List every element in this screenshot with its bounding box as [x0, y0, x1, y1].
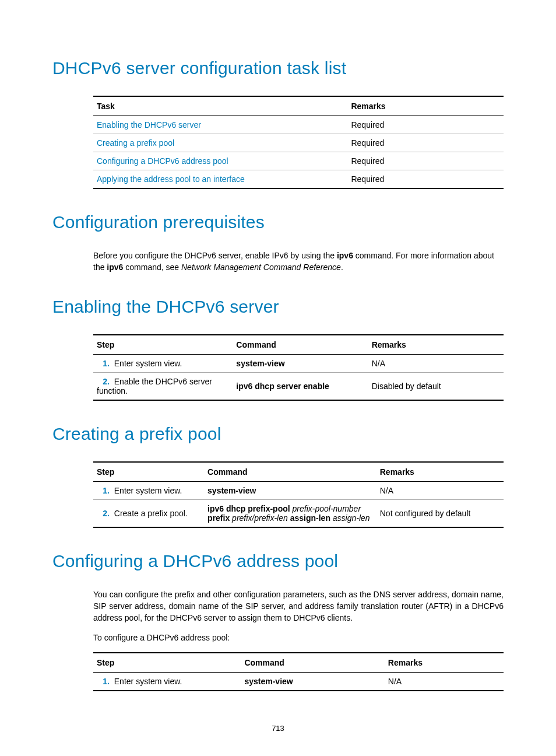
cell-remarks: Required	[347, 170, 504, 189]
table-row: 2. Enable the DHCPv6 server function. ip…	[93, 372, 504, 400]
link-configure-address-pool[interactable]: Configuring a DHCPv6 address pool	[97, 156, 228, 166]
th-command: Command	[204, 462, 376, 482]
link-apply-pool[interactable]: Applying the address pool to an interfac…	[97, 174, 245, 184]
table-prefix-pool: Step Command Remarks 1. Enter system vie…	[93, 461, 504, 528]
th-remarks: Remarks	[368, 335, 504, 355]
table-address-pool: Step Command Remarks 1. Enter system vie…	[93, 652, 504, 691]
step-number: 2.	[97, 509, 110, 518]
th-step: Step	[93, 335, 233, 355]
table-enable-server: Step Command Remarks 1. Enter system vie…	[93, 334, 504, 401]
link-enable-dhcpv6[interactable]: Enabling the DHCPv6 server	[97, 120, 201, 130]
page-number: 713	[0, 724, 556, 733]
command-text: system-view	[236, 359, 284, 368]
table-row: 1. Enter system view. system-view N/A	[93, 354, 504, 372]
step-number: 2.	[97, 377, 110, 386]
th-step: Step	[93, 653, 241, 673]
step-number: 1.	[97, 677, 110, 686]
command-text: system-view	[244, 677, 293, 686]
table-row: 1. Enter system view. system-view N/A	[93, 481, 504, 499]
heading-task-list: DHCPv6 server configuration task list	[52, 58, 504, 78]
table-row: Enabling the DHCPv6 server Required	[93, 116, 504, 134]
cell-remarks: Not configured by default	[376, 499, 504, 527]
table-task-list: Task Remarks Enabling the DHCPv6 server …	[93, 96, 504, 189]
heading-enable-server: Enabling the DHCPv6 server	[52, 297, 504, 317]
command-text: system-view	[207, 486, 256, 495]
th-command: Command	[241, 653, 384, 673]
th-step: Step	[93, 462, 204, 482]
th-remarks: Remarks	[376, 462, 504, 482]
reference-title: Network Management Command Reference	[181, 262, 341, 272]
cell-remarks: Required	[347, 134, 504, 152]
cmd-part: ipv6 dhcp prefix-pool	[207, 504, 290, 513]
cell-remarks: Disabled by default	[368, 372, 504, 400]
table-row: 1. Enter system view. system-view N/A	[93, 672, 504, 691]
step-text: Enter system view.	[114, 486, 182, 495]
th-remarks: Remarks	[385, 653, 504, 673]
document-page: DHCPv6 server configuration task list Ta…	[0, 0, 556, 756]
cell-remarks: N/A	[376, 481, 504, 499]
th-command: Command	[233, 335, 368, 355]
cmd-part: prefix	[207, 513, 230, 523]
link-create-prefix-pool[interactable]: Creating a prefix pool	[97, 138, 174, 148]
step-text: Enter system view.	[114, 677, 182, 686]
step-text: Create a prefix pool.	[114, 509, 188, 518]
th-task: Task	[93, 96, 347, 116]
text: command, see	[123, 262, 181, 272]
table-row: 2. Create a prefix pool. ipv6 dhcp prefi…	[93, 499, 504, 527]
heading-prefix-pool: Creating a prefix pool	[52, 424, 504, 444]
step-text: Enable the DHCPv6 server function.	[97, 377, 212, 396]
cell-remarks: N/A	[385, 672, 504, 691]
cmd-ipv6: ipv6	[107, 262, 123, 272]
text: Before you configure the DHCPv6 server, …	[93, 251, 337, 260]
cell-remarks: Required	[347, 152, 504, 170]
cell-remarks: N/A	[368, 354, 504, 372]
text: .	[341, 262, 343, 272]
command-cell: ipv6 dhcp prefix-pool prefix-pool-number…	[204, 499, 376, 527]
table-row: Creating a prefix pool Required	[93, 134, 504, 152]
cmd-part: assign-len	[290, 513, 330, 523]
paragraph-intro: To configure a DHCPv6 address pool:	[52, 632, 504, 643]
table-row: Applying the address pool to an interfac…	[93, 170, 504, 189]
step-number: 1.	[97, 486, 110, 495]
th-remarks: Remarks	[347, 96, 504, 116]
heading-prerequisites: Configuration prerequisites	[52, 212, 504, 232]
paragraph-prerequisites: Before you configure the DHCPv6 server, …	[52, 250, 504, 274]
cell-remarks: Required	[347, 116, 504, 134]
paragraph-address-pool: You can configure the prefix and other c…	[52, 589, 504, 624]
cmd-part: prefix/prefix-len	[230, 513, 290, 523]
table-row: Configuring a DHCPv6 address pool Requir…	[93, 152, 504, 170]
step-number: 1.	[97, 359, 110, 368]
heading-address-pool: Configuring a DHCPv6 address pool	[52, 551, 504, 571]
command-text: ipv6 dhcp server enable	[236, 382, 329, 391]
cmd-part: prefix-pool-number	[290, 504, 361, 513]
cmd-ipv6: ipv6	[337, 251, 353, 260]
cmd-part: assign-len	[330, 513, 370, 523]
step-text: Enter system view.	[114, 359, 182, 368]
